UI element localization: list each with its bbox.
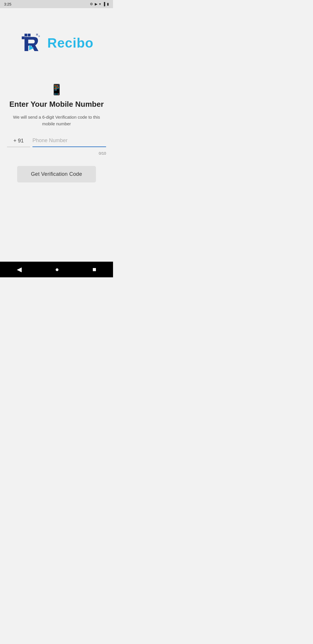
phone-input-row: + 91: [7, 138, 106, 147]
wifi-icon: ▾: [99, 2, 101, 6]
svg-rect-2: [22, 37, 25, 39]
logo-brand-text: Recibo: [47, 35, 93, 51]
home-button[interactable]: ●: [55, 266, 59, 273]
char-count: 0/10: [7, 151, 106, 155]
settings-icon: ⚙: [90, 2, 93, 6]
country-underline: [7, 147, 30, 147]
form-title: Enter Your Mobile Number: [9, 100, 104, 109]
status-icons: ⚙ ▶ ▾ ▐ ▮: [90, 2, 109, 6]
logo-icon: [19, 31, 43, 55]
phone-underline: [32, 146, 106, 147]
phone-number-input[interactable]: [32, 138, 106, 146]
recent-button[interactable]: ■: [92, 266, 96, 273]
form-subtitle: We will send a 6-digit Verification code…: [10, 114, 103, 127]
svg-rect-4: [39, 35, 40, 37]
battery-icon: ▮: [107, 2, 109, 6]
phone-icon: 📱: [50, 84, 63, 96]
svg-rect-1: [28, 34, 31, 37]
signal-icon: ▐: [103, 2, 105, 6]
back-button[interactable]: ◀: [17, 266, 22, 273]
status-bar: 3:25 ⚙ ▶ ▾ ▐ ▮: [0, 0, 113, 8]
play-icon: ▶: [95, 2, 97, 6]
nav-bar: ◀ ● ■: [0, 262, 113, 277]
main-content: Recibo 📱 Enter Your Mobile Number We wil…: [0, 8, 113, 262]
get-verification-code-button[interactable]: Get Verification Code: [17, 166, 96, 182]
logo-section: Recibo: [19, 31, 93, 55]
svg-rect-0: [25, 34, 28, 37]
country-code-wrapper: + 91: [7, 138, 30, 147]
svg-rect-3: [36, 34, 38, 35]
status-time: 3:25: [4, 2, 11, 6]
phone-input-wrapper[interactable]: [32, 138, 106, 147]
form-section: 📱 Enter Your Mobile Number We will send …: [7, 84, 106, 182]
country-code-label: + 91: [13, 138, 24, 147]
